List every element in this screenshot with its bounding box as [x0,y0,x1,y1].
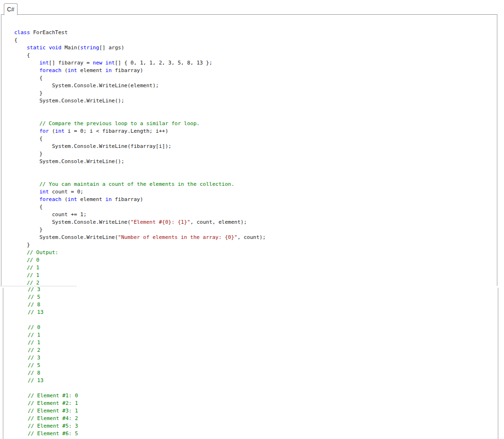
code-block-upper: class ForEachTest{ static void Main(stri… [14,29,266,287]
code-line: // 1 [15,339,78,347]
code-line: // Output: [14,249,266,256]
code-line: System.Console.WriteLine(); [14,97,266,105]
code-line [14,112,266,120]
code-line: class ForEachTest [14,29,266,37]
code-line: } [14,226,266,234]
code-line: // Element #3: 1 [15,407,78,415]
code-line: // 5 [15,293,78,301]
tab-csharp-label: C# [7,6,14,13]
code-line: for (int i = 0; i < fibarray.Length; i++… [14,128,266,135]
code-line: count += 1; [14,211,266,219]
code-line: // 8 [15,369,78,377]
code-line: System.Console.WriteLine(); [14,158,266,165]
code-line: // 3 [15,354,78,362]
code-line: // 13 [15,377,78,384]
code-line [14,165,266,173]
code-line: System.Console.WriteLine("Element #{0}: … [14,219,266,226]
tab-csharp[interactable]: C# [4,3,18,15]
code-line [15,316,78,324]
code-line [14,173,266,181]
code-line: } [14,241,266,249]
code-line: static void Main(string[] args) [14,44,266,52]
code-line: // 8 [15,301,78,309]
code-line: // 5 [15,362,78,369]
code-line: // Element #2: 1 [15,400,78,407]
code-line: // 0 [15,324,78,331]
code-line: System.Console.WriteLine(fibarray[i]); [14,143,266,150]
code-line: { [14,37,266,44]
code-line: // 2 [15,347,78,354]
code-line: // Element #6: 5 [15,430,78,438]
code-line: { [14,74,266,82]
code-line: // 1 [14,272,266,279]
code-line [14,105,266,112]
code-line: // You can maintain a count of the eleme… [14,181,266,188]
code-line: // Element #1: 0 [15,392,78,400]
code-line: } [14,150,266,158]
code-line: // 0 [14,256,266,264]
code-line: // Compare the previous loop to a simila… [14,120,266,128]
code-line: // 1 [14,264,266,272]
code-line: { [14,135,266,143]
code-sample-page: C# class ForEachTest{ static void Main(s… [0,0,504,439]
code-line [15,384,78,392]
code-line: // 13 [15,309,78,316]
code-line: System.Console.WriteLine(element); [14,82,266,90]
code-panel-lower-border-left [3,288,3,439]
code-line: { [14,203,266,211]
code-line: // Element #4: 2 [15,415,78,422]
code-line: System.Console.WriteLine("Number of elem… [14,234,266,241]
code-line: foreach (int element in fibarray) [14,196,266,203]
code-line: } [14,90,266,97]
code-line: { [14,52,266,59]
code-line: int count = 0; [14,188,266,196]
code-line: int[] fibarray = new int[] { 0, 1, 1, 2,… [14,59,266,67]
code-line: // Element #5: 3 [15,422,78,430]
code-line: // 1 [15,331,78,339]
code-line: // 3 [15,286,78,293]
code-panel-lower-border-right [498,288,498,439]
code-block-lower: // 3 // 5 // 8 // 13 // 0 // 1 // 1 // 2… [15,286,78,438]
code-line: foreach (int element in fibarray) [14,67,266,74]
